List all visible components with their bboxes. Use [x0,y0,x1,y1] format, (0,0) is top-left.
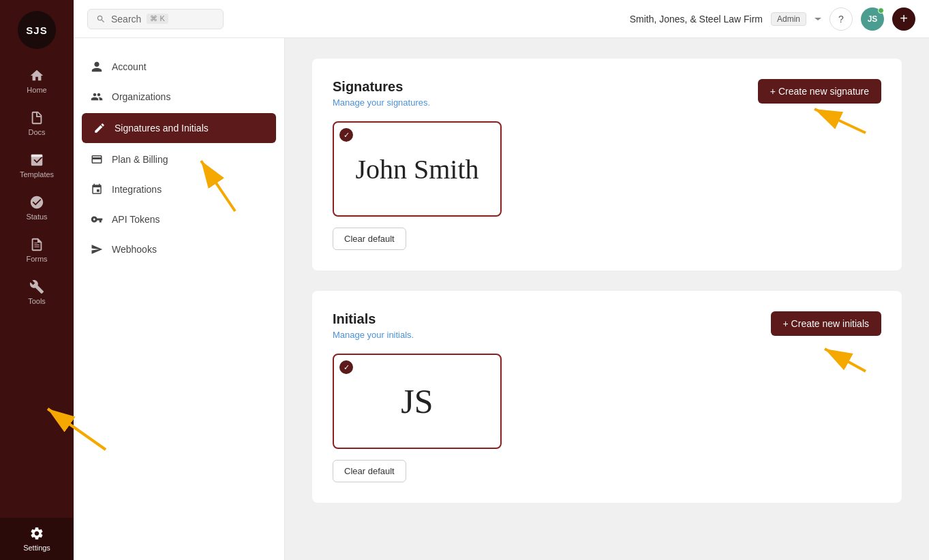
settings-menu-webhooks[interactable]: Webhooks [74,234,284,264]
help-button[interactable]: ? [829,7,853,31]
card-icon [90,153,104,166]
settings-menu-organizations[interactable]: Organizations [74,82,284,112]
hierarchy-icon [90,183,104,196]
clear-default-initials-button[interactable]: Clear default [333,460,406,482]
settings-menu-signatures[interactable]: Signatures and Initials [82,113,276,143]
signature-image: John Smith [355,153,478,185]
initials-check-icon: ✓ [339,360,353,374]
settings-menu-account[interactable]: Account [74,52,284,82]
search-label: Search [111,14,141,25]
webhooks-label: Webhooks [112,244,157,255]
sidebar: SJS Home Docs Templates Status Forms Too… [0,0,74,560]
sidebar-item-tools[interactable]: Tools [0,271,74,313]
signatures-header: Signatures Manage your signatures. + Cre… [333,79,881,108]
app-logo[interactable]: SJS [18,11,56,49]
send-icon [90,243,104,256]
sidebar-item-templates[interactable]: Templates [0,144,74,187]
initials-card[interactable]: ✓ JS [333,354,502,449]
settings-menu-integrations[interactable]: Integrations [74,174,284,204]
initials-title: Initials [333,311,414,327]
sidebar-item-status[interactable]: Status [0,187,74,229]
sidebar-item-home[interactable]: Home [0,60,74,102]
billing-label: Plan & Billing [112,154,168,165]
main-content: Signatures Manage your signatures. + Cre… [285,38,929,560]
sidebar-item-settings[interactable]: Settings [0,518,74,560]
signatures-subtitle: Manage your signatures. [333,97,430,108]
create-initials-button[interactable]: + Create new initials [771,311,881,336]
account-label: Account [112,61,147,72]
search-shortcut: ⌘ K [147,14,168,24]
clear-default-signature-button[interactable]: Clear default [333,228,406,250]
initials-subtitle: Manage your initials. [333,330,414,340]
add-button[interactable]: + [892,7,915,31]
initials-header: Initials Manage your initials. + Create … [333,311,881,340]
signature-check-icon: ✓ [339,128,353,142]
user-icon [90,60,104,74]
user-avatar[interactable]: JS [861,7,884,31]
settings-menu-billing[interactable]: Plan & Billing [74,144,284,174]
integrations-label: Integrations [112,184,162,195]
initials-section: Initials Manage your initials. + Create … [312,291,902,503]
signatures-label: Signatures and Initials [115,123,209,134]
search-icon [96,14,106,24]
firm-name: Smith, Jones, & Steel Law Firm [630,14,763,25]
create-signature-button[interactable]: + Create new signature [758,79,881,104]
online-indicator [878,7,884,14]
signature-card[interactable]: ✓ John Smith [333,121,502,217]
signatures-title: Signatures [333,79,430,95]
search-box[interactable]: Search ⌘ K [87,9,224,29]
settings-sidebar: Account Organizations Signatures and Ini… [74,38,285,560]
topbar-right: Smith, Jones, & Steel Law Firm Admin ? J… [630,7,915,31]
sidebar-item-forms[interactable]: Forms [0,229,74,271]
sidebar-item-docs[interactable]: Docs [0,102,74,144]
content-area: Account Organizations Signatures and Ini… [74,38,929,560]
initials-image: JS [401,382,433,421]
users-icon [90,90,104,104]
admin-badge: Admin [771,12,806,26]
settings-menu-api[interactable]: API Tokens [74,204,284,234]
key-icon [90,213,104,226]
api-label: API Tokens [112,214,160,225]
dropdown-arrow-icon [814,16,821,22]
organizations-label: Organizations [112,91,170,102]
topbar: Search ⌘ K Smith, Jones, & Steel Law Fir… [74,0,929,38]
signatures-section: Signatures Manage your signatures. + Cre… [312,59,902,270]
main-container: Search ⌘ K Smith, Jones, & Steel Law Fir… [74,0,929,560]
pen-icon [93,121,106,135]
